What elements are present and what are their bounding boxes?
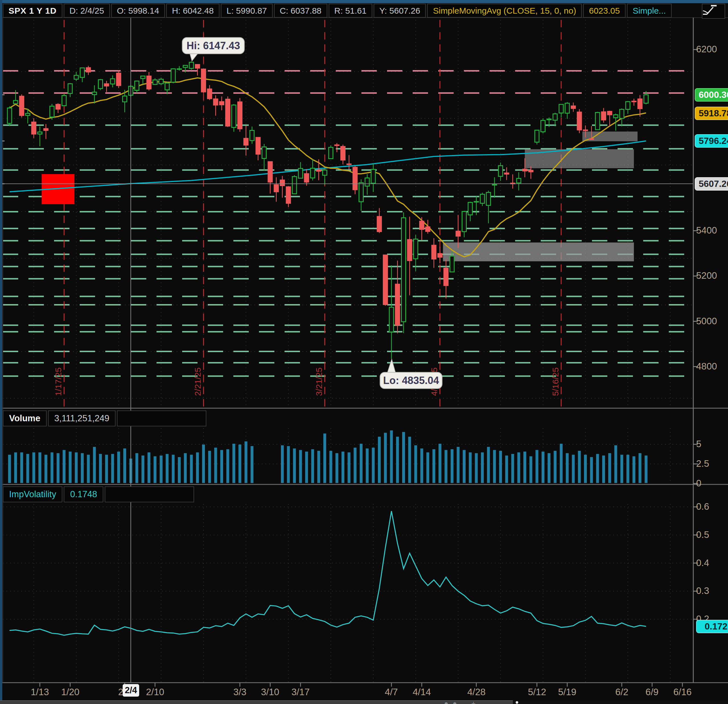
date-axis-label: 2/10 [139,687,171,697]
ohlc-range: R: 51.61 [329,4,372,17]
axis-zoom-plus-icon[interactable]: + [471,699,475,704]
ohlc-low: L: 5990.87 [221,4,273,17]
last-price-badge: 6000.36 [695,88,728,101]
iv-axis-label: 0.3 [696,586,709,596]
iv-label[interactable]: ImpVolatility [3,486,62,502]
date-axis-label: 4/14 [406,687,438,697]
crosshair-date-badge: 2/4 [123,684,139,697]
crosshair-y-value: Y: 5607.26 [374,4,426,17]
iv-axis-label: 0.6 [696,501,709,512]
ohlc-close: C: 6037.88 [274,4,327,17]
price-axis-label: 4800 [696,361,717,372]
iv-empty-segment [105,486,194,502]
price-axis-label: 5400 [696,225,717,236]
date-axis-label: 3/17 [285,687,316,697]
volume-panel-header: Volume 3,111,251,249 [3,410,207,426]
svg-text:1/17/25: 1/17/25 [53,368,63,396]
price-axis-label: 6200 [696,44,717,55]
price-axis-label: 5000 [696,316,717,326]
date-axis-label: 5/12 [521,687,553,697]
window-top-strip [0,0,728,3]
svg-text:5/16/25: 5/16/25 [551,368,560,396]
iv-panel-header: ImpVolatility 0.1748 [3,486,194,502]
date-axis-label: 1/20 [55,687,86,697]
date-axis-label: 6/9 [636,687,668,697]
chart-style-button[interactable] [702,4,725,19]
sma200-value-badge: 5796.24 [695,134,728,148]
date-axis-label: 3/3 [224,687,256,697]
date-axis-label: 6/2 [606,687,637,697]
date-axis-label: 6/16 [667,687,698,697]
svg-text:Hi: 6147.43: Hi: 6147.43 [186,40,240,52]
crosshair-price-badge: 5607.26 [695,177,728,190]
time-scrollbar-thumb[interactable] [0,700,513,704]
window-left-strip [0,0,2,704]
volume-axis-label: 2.5 [696,458,709,469]
date-axis-label: 4/7 [376,687,407,697]
volume-value: 3,111,251,249 [48,410,116,426]
date-axis-label: 5/19 [552,687,583,697]
study-sma15-value: 6023.05 [583,4,625,17]
price-axis-label: 5200 [696,270,717,281]
symbol-label[interactable]: SPX 1 Y 1D [3,4,62,17]
chart-canvas[interactable]: 1/17/252/21/253/21/254/17/255/16/25Hi: 6… [0,0,728,704]
scrollbar-handle-dot[interactable] [516,701,518,704]
volume-empty-segment [117,410,207,426]
ohlc-open: O: 5998.14 [111,4,165,17]
gray-zone-drawing [443,242,634,261]
date-axis-label: 3/10 [254,687,286,697]
iv-axis-label: 0.4 [696,557,709,568]
iv-axis-label: 0.5 [696,529,709,540]
volume-axis-label: 0 [696,478,701,489]
chart-header: SPX 1 Y 1D D: 2/4/25 O: 5998.14 H: 6042.… [3,4,672,17]
svg-text:3/21/25: 3/21/25 [314,368,324,396]
ohlc-high: H: 6042.48 [166,4,220,17]
axis-settings-dot-icon[interactable]: ● [444,699,449,704]
date-axis-label: 1/13 [24,687,55,697]
ohlc-date: D: 2/4/25 [64,4,110,17]
svg-text:2/21/25: 2/21/25 [193,368,202,396]
study-sma200-label[interactable]: Simple... [627,4,672,17]
step-line-chart-icon [702,4,717,16]
sma15-value-badge: 5918.78 [695,107,728,120]
date-axis-label: 4/28 [461,687,492,697]
svg-text:Lo: 4835.04: Lo: 4835.04 [383,375,439,386]
iv-value: 0.1748 [64,486,103,502]
volume-axis-label: 5 [696,439,701,449]
axis-settings-dot2-icon[interactable]: ● [452,699,457,704]
iv-value-badge: 0.172 [696,620,728,633]
study-sma15-label[interactable]: SimpleMovingAvg (CLOSE, 15, 0, no) [427,4,582,17]
volume-label[interactable]: Volume [3,410,47,426]
